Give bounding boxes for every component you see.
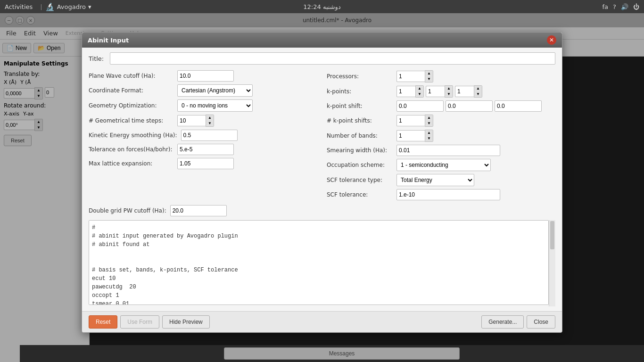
num-kpoint-shifts-input[interactable] (396, 115, 425, 126)
geo-time-input[interactable] (177, 115, 206, 126)
abinit-dialog: Abinit Input ✕ Title: Plane Wave cutof (82, 32, 562, 333)
kshift-y-input[interactable] (446, 100, 493, 112)
avogadro-icon: 🔬 (45, 2, 55, 11)
kpoints-y-input[interactable] (426, 86, 445, 97)
num-bands-input[interactable] (396, 130, 425, 141)
kpoints-z-down[interactable]: ▼ (474, 91, 482, 97)
kinetic-energy-input[interactable] (181, 130, 238, 141)
dialog-footer: Reset Use Form Hide Preview Generate... … (82, 311, 562, 332)
processors-row: Processors: ▲ ▼ (327, 70, 555, 82)
smearing-row: Smearing width (Ha): (327, 145, 555, 156)
num-bands-spinbox: ▲ ▼ (396, 130, 433, 142)
title-row: Title: (89, 52, 555, 65)
scf-tol-type-select[interactable]: Total Energy Forces Energy and Forces (396, 174, 474, 186)
num-bands-label: Number of bands: (327, 132, 393, 139)
double-grid-row: Double grid PW cutoff (Ha): (89, 205, 555, 216)
kpoints-x-spinbox: ▲ ▼ (396, 85, 424, 98)
generate-button[interactable]: Generate... (481, 315, 524, 329)
geo-time-down[interactable]: ▼ (206, 121, 214, 126)
kpoints-label: k-points: (327, 88, 393, 95)
app-window: − □ × untitled.cml* - Avogadro File Edit… (0, 13, 644, 362)
scf-tolerance-input[interactable] (396, 189, 500, 200)
kshift-z-input[interactable] (495, 100, 542, 112)
title-input[interactable] (110, 52, 555, 65)
processors-down[interactable]: ▼ (425, 76, 433, 82)
occupation-label: Occupation scheme: (327, 162, 393, 168)
num-kpoint-shifts-row: # k-point shifts: ▲ ▼ (327, 115, 555, 127)
num-kpoint-shifts-down[interactable]: ▼ (425, 121, 433, 126)
num-kpoint-shifts-spinbox: ▲ ▼ (396, 115, 433, 127)
scrollbar-thumb[interactable] (550, 221, 554, 249)
app-name: 🔬 Avogadro ▾ (45, 2, 91, 11)
geo-opt-row: Geometry Optimization: 0 - no moving ion… (89, 99, 317, 112)
num-bands-up[interactable]: ▲ (425, 130, 433, 136)
footer-right-buttons: Generate... Close (481, 315, 555, 329)
code-area-container: # # abinit input generated by Avogadro p… (89, 220, 555, 306)
kpoints-x-input[interactable] (396, 86, 415, 97)
max-lattice-row: Max lattice expansion: (89, 158, 317, 169)
smearing-label: Smearing width (Ha): (327, 147, 393, 154)
num-kpoint-shifts-up[interactable]: ▲ (425, 115, 433, 121)
max-lattice-label: Max lattice expansion: (89, 160, 173, 167)
scf-tolerance-row: SCF tolerance: (327, 189, 555, 200)
scf-tol-type-label: SCF tolerance type: (327, 177, 393, 183)
kpoint-shift-row: k-point shift: (327, 100, 555, 112)
num-kpoint-shifts-label: # k-point shifts: (327, 117, 393, 124)
kpoints-x-down[interactable]: ▼ (416, 91, 423, 97)
kpoints-y-spinbox: ▲ ▼ (426, 85, 453, 98)
geo-opt-select[interactable]: 0 - no moving ions 1 - move ions (177, 99, 253, 112)
title-field-label: Title: (89, 55, 105, 62)
num-bands-down[interactable]: ▼ (425, 136, 433, 141)
lang-indicator[interactable]: fa (603, 3, 609, 10)
footer-left-buttons: Reset Use Form Hide Preview (89, 315, 210, 329)
kpoints-x-up[interactable]: ▲ (416, 86, 423, 91)
dialog-header: Abinit Input ✕ (82, 33, 562, 48)
dialog-title: Abinit Input (88, 37, 129, 44)
geo-time-spinbox: ▲ ▼ (177, 115, 214, 127)
smearing-input[interactable] (396, 145, 500, 156)
max-lattice-input[interactable] (177, 158, 234, 169)
system-bar: Activities | 🔬 Avogadro ▾ 12:24 دوشنبه f… (0, 0, 644, 13)
processors-input[interactable] (396, 71, 425, 82)
kpoints-z-input[interactable] (455, 86, 474, 97)
processors-label: Processors: (327, 73, 393, 80)
code-scrollbar[interactable] (549, 220, 555, 306)
volume-icon[interactable]: 🔊 (621, 3, 628, 10)
processors-up[interactable]: ▲ (425, 71, 433, 76)
coord-format-row: Coordinate Format: Cartesian (Angstrom) … (89, 84, 317, 97)
kpoints-y-down[interactable]: ▼ (445, 91, 453, 97)
form-grid: Plane Wave cutoff (Ha): Coordinate Forma… (89, 70, 555, 200)
double-grid-input[interactable] (170, 205, 227, 216)
tol-forces-input[interactable] (177, 144, 234, 155)
kpoints-z-up[interactable]: ▲ (474, 86, 482, 91)
double-grid-label: Double grid PW cutoff (Ha): (89, 207, 166, 214)
hide-preview-button[interactable]: Hide Preview (162, 315, 210, 329)
scf-tolerance-label: SCF tolerance: (327, 191, 393, 198)
dialog-close-button[interactable]: ✕ (547, 35, 556, 45)
activities-button[interactable]: Activities (5, 3, 33, 10)
kpoints-z-spinbox: ▲ ▼ (455, 85, 482, 98)
plane-wave-input[interactable] (177, 70, 234, 82)
geo-time-up[interactable]: ▲ (206, 115, 214, 121)
kinetic-energy-label: Kinetic Energy smoothing (Ha): (89, 132, 177, 139)
form-right-col: Processors: ▲ ▼ k-points: (327, 70, 555, 200)
kshift-x-input[interactable] (396, 100, 444, 112)
kpoints-inputs: ▲ ▼ ▲ ▼ (396, 85, 482, 98)
reset-button[interactable]: Reset (89, 315, 117, 329)
kinetic-energy-row: Kinetic Energy smoothing (Ha): (89, 130, 317, 141)
close-button[interactable]: Close (527, 315, 555, 329)
coord-format-select[interactable]: Cartesian (Angstrom) Reduced (177, 84, 253, 97)
geo-time-row: # Geometrical time steps: ▲ ▼ (89, 115, 317, 127)
form-left-col: Plane Wave cutoff (Ha): Coordinate Forma… (89, 70, 317, 200)
power-icon[interactable]: ⏻ (633, 3, 639, 10)
code-textarea[interactable]: # # abinit input generated by Avogadro p… (89, 220, 549, 305)
help-icon[interactable]: ? (613, 3, 616, 10)
kshift-inputs (396, 100, 542, 112)
use-form-button[interactable]: Use Form (120, 315, 159, 329)
dialog-overlay: Abinit Input ✕ Title: Plane Wave cutof (0, 13, 644, 362)
kpoint-shift-label: k-point shift: (327, 103, 393, 109)
occupation-select[interactable]: 1 - semiconducting 2 - metallic (396, 159, 491, 171)
kpoints-y-up[interactable]: ▲ (445, 86, 453, 91)
geo-opt-label: Geometry Optimization: (89, 102, 173, 109)
tol-forces-label: Tolerance on forces(Ha/bohr): (89, 146, 173, 153)
